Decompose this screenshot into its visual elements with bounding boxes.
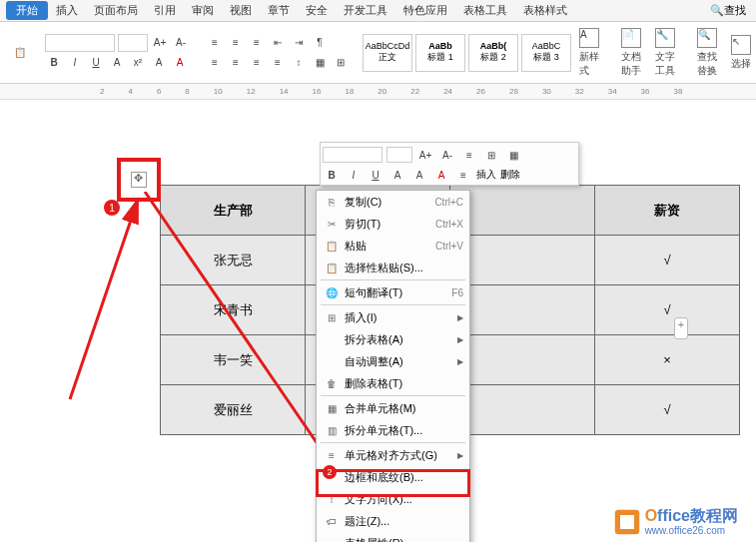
font-color-icon[interactable]: A xyxy=(171,54,189,72)
menu-translate[interactable]: 🌐短句翻译(T)F6 xyxy=(317,281,469,303)
search-label[interactable]: 查找 xyxy=(724,3,746,18)
style-normal[interactable]: AaBbCcDd正文 xyxy=(363,34,412,72)
text-tools-icon: 🔧 xyxy=(655,28,675,48)
borders-icon[interactable]: ⊞ xyxy=(332,54,350,72)
ribbon-toolbar: 📋 A+ A- B I U A x² A A ≡ ≡ ≡ ⇤ ⇥ ¶ ≡ xyxy=(0,22,756,84)
menu-table-properties[interactable]: 表格属性(R)... xyxy=(317,532,469,542)
mini-font-family[interactable] xyxy=(323,147,382,163)
shading-icon[interactable]: ▦ xyxy=(311,54,329,72)
menu-autofit[interactable]: 自动调整(A)▶ xyxy=(317,350,469,372)
menu-copy[interactable]: ⎘复制(C)Ctrl+C xyxy=(317,191,469,213)
table-context-menu: ⎘复制(C)Ctrl+C ✂剪切(T)Ctrl+X 📋粘贴Ctrl+V 📋选择性… xyxy=(316,190,470,542)
mini-increase-font-icon[interactable]: A+ xyxy=(416,146,434,164)
menu-borders-shading[interactable]: 边框和底纹(B)... xyxy=(317,466,469,488)
style-heading1[interactable]: AaBb标题 1 xyxy=(415,34,465,72)
tab-view[interactable]: 视图 xyxy=(222,1,260,20)
svg-line-0 xyxy=(70,200,138,399)
style-heading3[interactable]: AaBbC标题 3 xyxy=(521,34,571,72)
tab-page-layout[interactable]: 页面布局 xyxy=(86,1,146,20)
menu-caption[interactable]: 🏷题注(Z)... xyxy=(317,510,469,532)
tab-dev-tools[interactable]: 开发工具 xyxy=(336,1,395,20)
paste-icon[interactable]: 📋 xyxy=(11,44,29,62)
tab-table-styles[interactable]: 表格样式 xyxy=(515,1,575,20)
menu-text-direction[interactable]: ↕文字方向(X)... xyxy=(317,488,469,510)
tab-special-apps[interactable]: 特色应用 xyxy=(395,1,455,20)
tab-sections[interactable]: 章节 xyxy=(260,1,298,20)
indent-right-icon[interactable]: ⇥ xyxy=(290,34,308,52)
highlight-icon[interactable]: A xyxy=(150,54,168,72)
font-size-input[interactable] xyxy=(118,34,148,52)
menu-cell-align[interactable]: ≡单元格对齐方式(G)▶ xyxy=(317,444,469,466)
align-center-icon[interactable]: ≡ xyxy=(227,54,245,72)
show-marks-icon[interactable]: ¶ xyxy=(311,34,329,52)
search-big-icon: 🔍 xyxy=(697,28,717,48)
mini-highlight-icon[interactable]: A xyxy=(410,166,428,184)
mini-strike-icon[interactable]: A xyxy=(388,166,406,184)
tab-references[interactable]: 引用 xyxy=(146,1,184,20)
bullet-list-icon[interactable]: ≡ xyxy=(206,34,224,52)
mini-list-icon[interactable]: ≡ xyxy=(460,146,478,164)
new-style-button[interactable]: A新样式 xyxy=(573,26,605,80)
add-column-handle[interactable] xyxy=(674,317,688,339)
align-justify-icon[interactable]: ≡ xyxy=(269,54,287,72)
mini-italic-icon[interactable]: I xyxy=(345,166,363,184)
menu-insert[interactable]: ⊞插入(I)▶ xyxy=(317,306,469,328)
bold-icon[interactable]: B xyxy=(45,54,63,72)
header-cell[interactable]: 薪资 xyxy=(595,186,740,236)
number-list-icon[interactable]: ≡ xyxy=(227,34,245,52)
mini-delete-label[interactable]: 删除 xyxy=(500,168,520,182)
style-heading2[interactable]: AaBb(标题 2 xyxy=(468,34,518,72)
svg-rect-3 xyxy=(620,515,634,529)
mini-bold-icon[interactable]: B xyxy=(323,166,341,184)
mini-decrease-font-icon[interactable]: A- xyxy=(438,146,456,164)
indent-left-icon[interactable]: ⇤ xyxy=(269,34,287,52)
decrease-font-icon[interactable]: A- xyxy=(172,34,190,52)
mini-insert-label[interactable]: 插入 xyxy=(476,168,496,182)
direction-icon: ↕ xyxy=(323,491,341,507)
mini-grid-icon[interactable]: ⊞ xyxy=(482,146,500,164)
align-right-icon[interactable]: ≡ xyxy=(248,54,266,72)
mini-underline-icon[interactable]: U xyxy=(367,166,384,184)
strike-icon[interactable]: A xyxy=(108,54,126,72)
translate-icon: 🌐 xyxy=(323,284,341,300)
multi-list-icon[interactable]: ≡ xyxy=(248,34,266,52)
search-icon[interactable]: 🔍 xyxy=(710,4,724,17)
doc-helper-button[interactable]: 📄文档助手 xyxy=(615,26,647,80)
select-button[interactable]: ↖选择 xyxy=(725,33,756,73)
superscript-icon[interactable]: x² xyxy=(129,54,147,72)
underline-icon[interactable]: U xyxy=(87,54,105,72)
table-move-handle[interactable] xyxy=(131,172,147,188)
find-replace-button[interactable]: 🔍查找替换 xyxy=(691,26,723,80)
mini-cells-icon[interactable]: ▦ xyxy=(504,146,522,164)
increase-font-icon[interactable]: A+ xyxy=(151,34,169,52)
text-tools-button[interactable]: 🔧文字工具 xyxy=(649,26,681,80)
horizontal-ruler[interactable]: 2468101214161820222426283032343638 xyxy=(0,84,756,100)
menu-paste[interactable]: 📋粘贴Ctrl+V xyxy=(317,235,469,257)
tab-security[interactable]: 安全 xyxy=(298,1,336,20)
tab-insert[interactable]: 插入 xyxy=(48,1,86,20)
caption-icon: 🏷 xyxy=(323,513,341,529)
mini-align-icon[interactable]: ≡ xyxy=(454,166,472,184)
header-cell[interactable] xyxy=(450,186,595,236)
menu-delete-table[interactable]: 🗑删除表格(T) xyxy=(317,372,469,394)
header-cell[interactable]: 生产部 xyxy=(161,186,306,236)
mini-font-size[interactable] xyxy=(386,147,412,163)
line-spacing-icon[interactable]: ↕ xyxy=(290,54,308,72)
mini-format-toolbar: A+ A- ≡ ⊞ ▦ B I U A A A ≡ 插入 删除 xyxy=(320,142,579,186)
office-logo-icon xyxy=(613,508,641,536)
cursor-icon: ↖ xyxy=(731,35,751,55)
align-left-icon[interactable]: ≡ xyxy=(206,54,224,72)
menu-split-table[interactable]: 拆分表格(A)▶ xyxy=(317,328,469,350)
menu-split-cells[interactable]: ▥拆分单元格(T)... xyxy=(317,419,469,441)
italic-icon[interactable]: I xyxy=(66,54,84,72)
tab-table-tools[interactable]: 表格工具 xyxy=(455,1,515,20)
menu-merge-cells[interactable]: ▦合并单元格(M) xyxy=(317,397,469,419)
tab-start[interactable]: 开始 xyxy=(6,1,48,20)
font-family-input[interactable] xyxy=(45,34,115,52)
mini-color-icon[interactable]: A xyxy=(432,166,450,184)
watermark: Office教程网 www.office26.com xyxy=(613,507,738,536)
menu-paste-special[interactable]: 📋选择性粘贴(S)... xyxy=(317,257,469,278)
tab-review[interactable]: 审阅 xyxy=(184,1,222,20)
split-icon: ▥ xyxy=(323,422,341,438)
menu-cut[interactable]: ✂剪切(T)Ctrl+X xyxy=(317,213,469,235)
